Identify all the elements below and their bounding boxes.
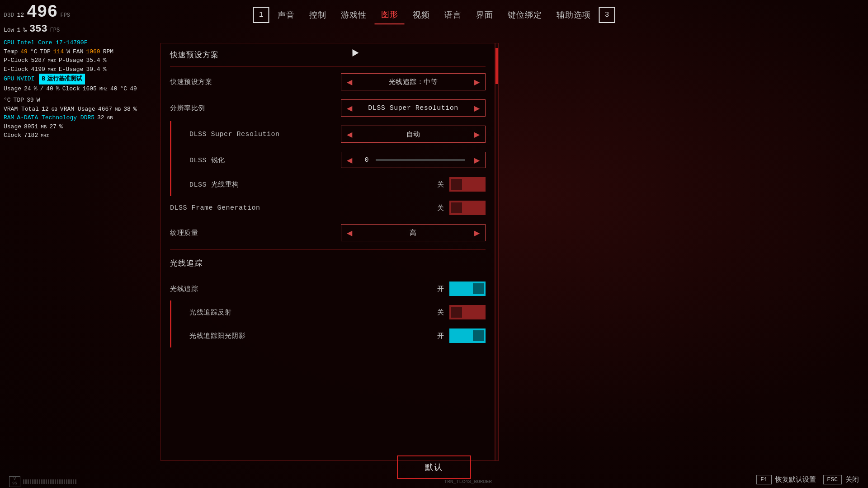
hud-ram-usage-pct-unit: %: [59, 122, 63, 131]
row-dlss-super: DLSS Super Resolution ◀ 自动 ▶: [170, 121, 495, 147]
dlss-fg-toggle[interactable]: [449, 201, 486, 215]
bottom-bar: F1 恢复默认设置 ESC 关闭: [756, 475, 859, 484]
quick-preset-right-btn[interactable]: ▶: [469, 74, 485, 90]
texture-right-btn[interactable]: ▶: [469, 225, 485, 241]
nav-item-sound[interactable]: 声音: [271, 6, 301, 24]
ray-reflect-state: 关: [437, 308, 444, 317]
hud-gpu-usage-unit: %: [34, 84, 38, 94]
ray-shadow-toggle-row: 开: [437, 328, 486, 343]
resolution-value: DLSS Super Resolution: [358, 104, 469, 112]
dlss-recon-toggle[interactable]: [449, 177, 486, 192]
nav-item-ui[interactable]: 界面: [470, 6, 500, 24]
benchmark-badge[interactable]: B 运行基准测试: [39, 74, 85, 84]
hud-low-num: 1: [17, 26, 20, 35]
quick-preset-control: ◀ 光线追踪：中等 ▶: [341, 73, 486, 90]
texture-left-btn[interactable]: ◀: [341, 225, 358, 241]
dlss-super-right-btn[interactable]: ▶: [469, 126, 485, 142]
hud-vram-usage-pct: 38: [123, 105, 131, 114]
hud-cpu-label: CPU: [4, 38, 14, 47]
dlss-recon-thumb: [451, 179, 462, 190]
hud-gpu-usage-label: Usage: [4, 84, 21, 94]
row-ray-trace: 光线追踪 开: [161, 277, 495, 300]
ray-trace-toggle[interactable]: [449, 282, 486, 296]
dlss-sharpen-track[interactable]: [376, 159, 465, 161]
nav-item-video[interactable]: 视频: [406, 6, 436, 24]
hud-vram-usage-value: 4667: [98, 105, 112, 114]
dlss-super-label: DLSS Super Resolution: [189, 131, 280, 138]
hud-vram-total-value: 12: [42, 105, 49, 114]
nav-item-control[interactable]: 控制: [303, 6, 333, 24]
resolution-left-btn[interactable]: ◀: [341, 100, 358, 116]
ray-shadow-label: 光线追踪阳光阴影: [189, 332, 245, 340]
default-btn-container: 默认: [397, 455, 471, 479]
ray-reflect-label: 光线追踪反射: [189, 308, 231, 317]
scrollbar[interactable]: [495, 43, 499, 461]
default-button[interactable]: 默认: [397, 455, 471, 479]
hud-gpu-usage-sep: /: [40, 84, 43, 94]
dlss-super-left-btn[interactable]: ◀: [341, 126, 358, 142]
hud-temp-value: 49: [20, 47, 28, 56]
f1-action[interactable]: F1 恢复默认设置: [756, 475, 816, 484]
nav-item-graphics[interactable]: 图形: [375, 5, 405, 24]
dlss-sharpen-slider[interactable]: ◀ 0 ▶: [341, 152, 486, 168]
dlss-fg-toggle-row: 关: [437, 201, 486, 215]
hud-tdp-label: TDP: [40, 47, 50, 56]
dlss-sharpen-right-btn[interactable]: ▶: [469, 152, 485, 168]
row-ray-shadow: 光线追踪阳光阴影 开: [170, 324, 495, 347]
hud-pclock-value: 5287: [31, 56, 45, 65]
nav-item-gameplay[interactable]: 游戏性: [335, 6, 373, 24]
quick-preset-left-btn[interactable]: ◀: [341, 74, 358, 90]
benchmark-text: 运行基准测试: [47, 75, 82, 84]
settings-panel: 快速预设方案 快速预设方案 ◀ 光线追踪：中等 ▶ 分辨率比例 ◀ DLSS S…: [160, 43, 495, 461]
hud-gpu-tdp-value: 39: [27, 96, 34, 105]
dlss-recon-toggle-row: 关: [437, 177, 486, 192]
hud-d3d-version: 12: [17, 11, 24, 20]
dlss-super-value: 自动: [358, 130, 469, 139]
hud-gpu-tdp-label: TDP: [14, 96, 24, 105]
ray-reflect-thumb: [451, 307, 462, 318]
nav-bar: 1 声音 控制 游戏性 图形 视频 语言 界面 键位绑定 辅助选项 3: [253, 5, 615, 24]
hud-cpu-name: Intel Core i7-14790F: [17, 38, 87, 47]
resolution-right-btn[interactable]: ▶: [469, 100, 485, 116]
dlss-super-selector[interactable]: ◀ 自动 ▶: [341, 126, 486, 143]
dlss-recon-state: 关: [437, 180, 444, 189]
ray-shadow-toggle[interactable]: [449, 328, 486, 343]
hud-gpu-temp: 40: [110, 84, 118, 94]
hud-eclock-value: 4190: [31, 65, 45, 74]
hud-ram-usage-value: 8951: [24, 122, 38, 131]
hud-tdp-unit: W: [66, 47, 70, 56]
hud-ram-clock-value: 7182: [24, 131, 38, 140]
section-divider-1: [170, 66, 486, 67]
hud-pusage-label: P-Usage: [59, 56, 84, 65]
nav-item-accessibility[interactable]: 辅助选项: [550, 6, 597, 24]
texture-value: 高: [358, 229, 469, 237]
esc-action[interactable]: ESC 关闭: [823, 475, 859, 484]
nav-item-language[interactable]: 语言: [438, 6, 468, 24]
hud-gpu-temp-unit: °C: [120, 84, 127, 94]
hud-vram-usage-label: VRAM Usage: [60, 105, 95, 114]
quick-preset-selector[interactable]: ◀ 光线追踪：中等 ▶: [341, 73, 486, 90]
ray-reflect-toggle[interactable]: [449, 305, 486, 319]
row-resolution: 分辨率比例 ◀ DLSS Super Resolution ▶: [161, 95, 495, 121]
hud-gpu-tdp-unit: W: [37, 96, 40, 105]
hud-fps-label: FPS: [60, 11, 70, 19]
version-info: V 95: [9, 476, 77, 487]
hud-gpu-usage-max: 40: [46, 84, 53, 94]
hud-ram-usage-unit: MB: [41, 123, 47, 131]
ray-reflect-toggle-row: 关: [437, 305, 486, 319]
dlss-super-control: ◀ 自动 ▶: [341, 126, 486, 143]
hud-vram-usage-unit: MB: [115, 106, 121, 113]
ray-trace-thumb: [473, 283, 484, 294]
dlss-sharpen-left-btn[interactable]: ◀: [341, 152, 358, 168]
dlss-sharpen-inner: 0: [358, 156, 469, 164]
nav-item-keybindings[interactable]: 键位绑定: [501, 6, 548, 24]
hud-low-unit: ‰: [23, 26, 27, 35]
section-divider-2: [170, 249, 486, 250]
dlss-sharpen-control: ◀ 0 ▶: [341, 152, 486, 168]
resolution-selector[interactable]: ◀ DLSS Super Resolution ▶: [341, 99, 486, 117]
row-ray-reflect: 光线追踪反射 关: [170, 300, 495, 324]
texture-selector[interactable]: ◀ 高 ▶: [341, 224, 486, 241]
hud-ram-clock-label: Clock: [4, 131, 21, 140]
hud-gpu-usage-value: 24: [24, 84, 31, 94]
hud-ram-usage-pct: 27: [49, 122, 57, 131]
